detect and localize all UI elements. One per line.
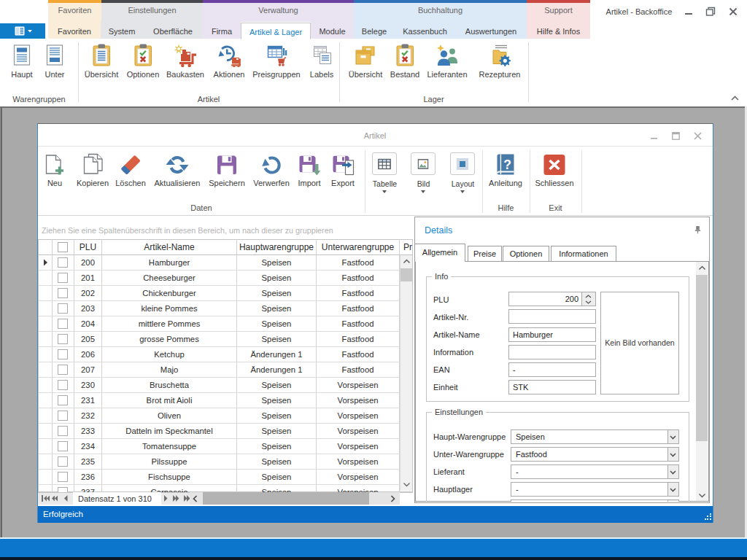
svg-text:?: ? [503,158,511,172]
